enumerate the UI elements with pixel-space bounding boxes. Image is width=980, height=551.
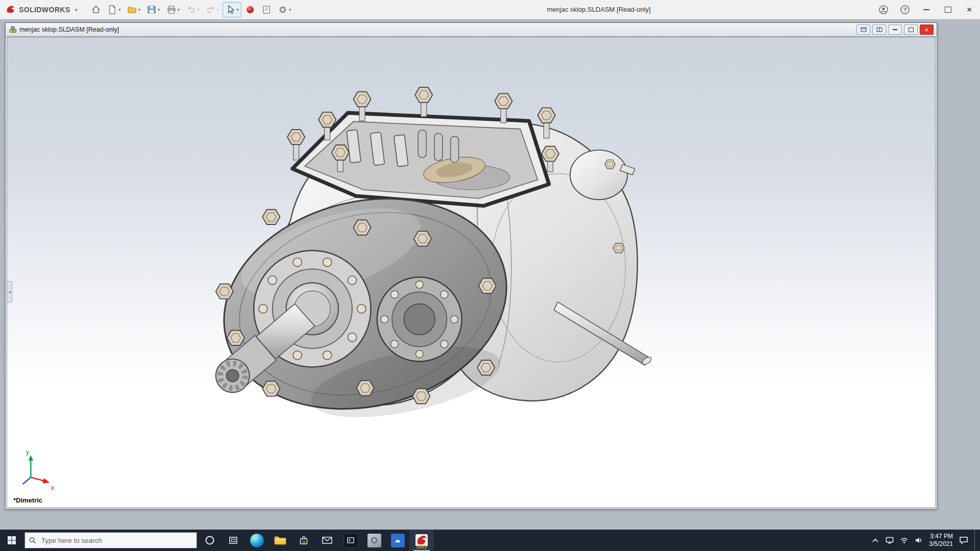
document-window: menjac sklop.SLDASM [Read-only] × [5, 22, 937, 509]
app-icon-gray [368, 534, 381, 547]
file-explorer-button[interactable] [268, 530, 292, 551]
redo-icon [206, 5, 216, 15]
red-sphere-icon [245, 5, 255, 15]
close-button[interactable]: × [959, 0, 980, 19]
save-button[interactable]: ▾ [144, 2, 163, 17]
orientation-triad: y x [23, 448, 55, 491]
clock-date: 3/5/2021 [929, 540, 953, 548]
gear-icon [278, 5, 288, 15]
document-title: menjac sklop.SLDASM [Read-only] [19, 26, 119, 33]
file-explorer-icon [274, 535, 287, 546]
solidworks-taskbar-button[interactable]: 2021 [409, 530, 434, 551]
app-icon-dark [344, 533, 358, 548]
account-button[interactable] [873, 0, 894, 19]
store-icon [299, 535, 309, 545]
3dexperience-button[interactable] [242, 2, 258, 17]
gearbox-3d-model[interactable]: y x [7, 37, 935, 507]
undo-button[interactable]: ▾ [183, 2, 202, 17]
dock-window-button[interactable] [856, 24, 870, 35]
windows-taskbar: 2021 3:47 PM 3/5/2021 [0, 530, 980, 551]
dock-window-icon [861, 27, 867, 32]
minimize-icon [923, 9, 929, 10]
cortana-button[interactable] [198, 530, 222, 551]
view-orientation-label: *Dimetric [13, 496, 42, 504]
help-icon: ? [900, 5, 910, 15]
solidworks-year-badge: 2021 [409, 544, 434, 549]
svg-text:?: ? [903, 7, 907, 13]
document-properties-button[interactable] [259, 2, 274, 17]
redo-button[interactable]: ▾ [203, 2, 222, 17]
solidworks-logo: SOLIDWORKS [5, 4, 70, 15]
pinned-app-button-3[interactable] [386, 530, 409, 551]
mail-button[interactable] [315, 530, 339, 551]
open-folder-icon [127, 5, 137, 15]
task-view-icon [228, 535, 238, 545]
save-icon [146, 5, 157, 15]
panel-collapse-arrow[interactable]: ◂ [7, 281, 12, 303]
user-icon [878, 5, 889, 15]
split-window-icon [876, 27, 883, 32]
cortana-icon [205, 535, 215, 545]
document-properties-icon [261, 5, 272, 15]
clock-time: 3:47 PM [929, 533, 953, 540]
system-tray: 3:47 PM 3/5/2021 [871, 530, 980, 551]
doc-minimize-icon [893, 29, 897, 30]
close-icon: × [966, 5, 972, 14]
triad-y-label: y [26, 448, 30, 456]
menu-expand-arrow[interactable]: ▸ [75, 6, 78, 13]
app-icon-blue [391, 534, 405, 547]
select-tool-button[interactable]: ▾ [223, 2, 241, 17]
taskbar-clock[interactable]: 3:47 PM 3/5/2021 [929, 533, 953, 548]
doc-minimize-button[interactable] [888, 24, 902, 35]
help-button[interactable]: ? [894, 0, 916, 19]
start-button[interactable] [0, 530, 23, 551]
pinned-app-button-2[interactable] [362, 530, 386, 551]
show-desktop-button[interactable] [974, 530, 978, 551]
document-window-buttons: × [856, 24, 934, 35]
print-button[interactable]: ▾ [164, 2, 183, 17]
volume-icon[interactable] [915, 537, 923, 544]
new-document-button[interactable]: ▾ [105, 2, 124, 17]
document-titlebar[interactable]: menjac sklop.SLDASM [Read-only] × [6, 23, 937, 37]
home-icon [91, 5, 101, 15]
taskbar-search-input[interactable] [40, 536, 192, 545]
taskbar-search[interactable] [24, 532, 197, 548]
minimize-button[interactable] [916, 0, 937, 19]
options-button[interactable]: ▾ [275, 2, 294, 17]
solidworks-logo-icon [5, 4, 16, 15]
maximize-button[interactable] [937, 0, 959, 19]
edge-button[interactable] [245, 530, 268, 551]
tray-expand-chevron-icon[interactable] [871, 537, 879, 544]
graphics-area[interactable]: y x ◂ *Dimetric [7, 37, 936, 508]
undo-icon [186, 5, 196, 15]
task-view-button[interactable] [222, 530, 245, 551]
microsoft-store-button[interactable] [292, 530, 315, 551]
main-toolbar: ▾ ▾ ▾ ▾ ▾ [88, 2, 293, 17]
doc-close-icon: × [925, 27, 929, 33]
window-title: menjac sklop.SLDASM [Read-only] [547, 0, 650, 19]
network-wifi-icon[interactable] [900, 537, 909, 544]
pinned-app-button-1[interactable] [339, 530, 362, 551]
assembly-document-icon [9, 26, 17, 34]
print-icon [166, 5, 177, 15]
triad-x-label: x [51, 484, 54, 491]
open-button[interactable]: ▾ [125, 2, 143, 17]
search-icon [29, 537, 36, 544]
brand-text: SOLIDWORKS [19, 6, 70, 14]
bearing-flange-right [377, 277, 462, 361]
home-button[interactable] [88, 2, 104, 17]
new-document-icon [107, 5, 117, 15]
tray-display-icon[interactable] [886, 537, 894, 544]
doc-restore-icon [909, 28, 914, 32]
doc-close-button[interactable]: × [920, 24, 934, 35]
edge-icon [250, 534, 264, 547]
select-arrow-icon [225, 5, 235, 15]
maximize-icon [945, 7, 951, 13]
mail-icon [322, 536, 333, 545]
doc-restore-button[interactable] [904, 24, 918, 35]
app-titlebar: SOLIDWORKS ▸ ▾ ▾ ▾ [0, 0, 980, 19]
action-center-icon[interactable] [959, 536, 968, 544]
split-window-button[interactable] [872, 24, 886, 35]
windows-logo-icon [7, 536, 16, 545]
window-controls: ? × [873, 0, 980, 19]
